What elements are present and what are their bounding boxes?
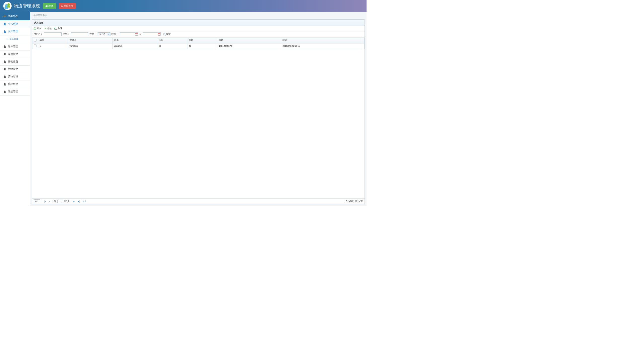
cell-name: yonghu1	[113, 43, 157, 49]
pager-prev[interactable]: ◂	[48, 200, 51, 203]
pager-separator	[53, 200, 53, 203]
sidebar-item-label: 个人信息	[8, 22, 18, 26]
breadcrumb: 物流管理系统	[30, 12, 367, 19]
sidebar-header-label: 菜单列表	[8, 14, 18, 18]
col-login[interactable]: 登录名	[68, 38, 112, 43]
edit-button[interactable]: 修改	[44, 27, 52, 30]
sidebar-item-label: 系统管理	[8, 90, 18, 93]
date-to-input[interactable]	[143, 32, 161, 36]
pager-page-input[interactable]	[57, 200, 63, 203]
app-header: 物流管理系统 admin 退出登录	[0, 0, 367, 12]
sidebar-item-system[interactable]: 系统管理	[0, 88, 30, 96]
pager-last[interactable]: ▸|	[77, 200, 80, 203]
logout-label: 退出登录	[64, 4, 73, 8]
col-spacer	[361, 38, 365, 43]
gender-select[interactable]: 请选择...	[98, 32, 110, 36]
username-input[interactable]	[44, 32, 61, 36]
pager-page-area: 第 共1页	[54, 200, 69, 203]
user-icon	[4, 83, 6, 85]
table-wrap: 编号 登录名 姓名 性别 年龄 电话 时间 1	[32, 37, 365, 198]
sidebar-item-base[interactable]: 基础信息	[0, 58, 30, 66]
cell-gender: 男	[157, 43, 187, 49]
sidebar-item-label: 货物信息	[8, 68, 18, 71]
cell-age: 22	[187, 43, 217, 49]
user-icon	[4, 90, 6, 93]
user-icon	[4, 45, 6, 48]
caret-right-icon	[7, 38, 8, 39]
employee-table: 编号 登录名 姓名 性别 年龄 电话 时间 1	[32, 37, 365, 49]
sidebar-item-label: 基础信息	[8, 60, 18, 63]
pager-prefix: 第	[54, 200, 56, 203]
user-icon	[4, 60, 6, 63]
sidebar-item-customer[interactable]: 客户管理	[0, 43, 30, 51]
range-separator: ->	[139, 33, 141, 35]
add-icon	[34, 27, 36, 30]
pager-first[interactable]: |◂	[43, 200, 47, 203]
cell-spacer	[361, 43, 365, 49]
search-icon	[163, 33, 165, 35]
list-icon	[4, 15, 6, 18]
panel-title: 员工信息	[32, 20, 365, 26]
col-age[interactable]: 年龄	[187, 38, 217, 43]
page-size-value: 10	[35, 200, 37, 203]
filter-row: 用户名： 姓名： 性别： 请选择... 时间： -> 搜索	[32, 31, 365, 37]
col-name[interactable]: 姓名	[113, 38, 157, 43]
sidebar-item-transport[interactable]: 货物运输	[0, 73, 30, 80]
user-icon	[4, 23, 6, 25]
sidebar-item-label: 员工管理	[8, 30, 18, 33]
pager-summary: 显示1到1,共1记录	[345, 200, 363, 203]
main-content: 物流管理系统 员工信息 添加 修改 删除 用户名：	[30, 12, 367, 206]
col-id[interactable]: 编号	[38, 38, 68, 43]
username-label: 用户名：	[34, 33, 43, 36]
user-icon	[4, 75, 6, 78]
table-row[interactable]: 1 yonghu1 yonghu1 男 22 13012345678 2019/…	[32, 43, 364, 49]
sidebar-header: 菜单列表	[0, 12, 30, 20]
pager-separator	[82, 200, 82, 203]
toolbar: 添加 修改 删除	[32, 26, 365, 31]
col-phone[interactable]: 电话	[217, 38, 281, 43]
gender-selected: 请选择...	[98, 33, 107, 36]
admin-label: admin	[47, 5, 54, 7]
app-title: 物流管理系统	[14, 3, 40, 9]
calendar-icon	[158, 33, 160, 35]
refresh-icon[interactable]	[84, 200, 86, 202]
gender-label: 性别：	[90, 33, 96, 36]
delete-icon	[54, 28, 57, 30]
search-button[interactable]: 搜索	[163, 33, 171, 36]
panel-employee: 员工信息 添加 修改 删除 用户名： 姓名：	[32, 19, 365, 204]
sidebar-item-stats[interactable]: 统计信息	[0, 80, 30, 88]
pager-separator	[42, 200, 42, 203]
sidebar-item-feedback[interactable]: 反馈信息	[0, 51, 30, 58]
col-time[interactable]: 时间	[281, 38, 361, 43]
cell-id: 1	[38, 43, 68, 49]
pager-next[interactable]: ▸	[73, 200, 76, 203]
sidebar-item-label: 统计信息	[8, 82, 18, 86]
table-header-row: 编号 登录名 姓名 性别 年龄 电话 时间	[32, 38, 364, 43]
date-from-input[interactable]	[120, 32, 138, 36]
name-input[interactable]	[71, 32, 88, 36]
sidebar-item-personal[interactable]: 个人信息	[0, 20, 30, 28]
sidebar-item-goods[interactable]: 货物信息	[0, 66, 30, 73]
pager: 10 |◂ ◂ 第 共1页 ▸ ▸| 显示1到1,共1记录	[32, 198, 365, 204]
page-size-select[interactable]: 10	[34, 199, 40, 203]
sidebar-item-label: 货物运输	[8, 75, 18, 78]
admin-button[interactable]: admin	[43, 3, 56, 9]
sidebar-sub-employee[interactable]: 员工管理	[0, 35, 30, 43]
pager-separator	[71, 200, 71, 203]
logout-button[interactable]: 退出登录	[59, 3, 76, 9]
home-icon	[46, 5, 47, 6]
user-icon	[4, 30, 6, 33]
add-button[interactable]: 添加	[34, 27, 42, 30]
chevron-down-icon	[107, 33, 110, 36]
row-checkbox[interactable]	[34, 44, 36, 47]
sidebar-item-employee[interactable]: 员工管理	[0, 28, 30, 35]
select-all-checkbox[interactable]	[34, 39, 36, 41]
delete-button[interactable]: 删除	[54, 27, 62, 30]
sidebar: 菜单列表 个人信息 员工管理 员工管理 客户管理 反馈信息 基础信息 货物信息	[0, 12, 30, 206]
delete-label: 删除	[58, 27, 62, 30]
edit-icon	[44, 27, 46, 30]
app-logo	[3, 2, 12, 10]
cell-phone: 13012345678	[217, 43, 281, 49]
col-gender[interactable]: 性别	[157, 38, 187, 43]
user-icon	[4, 68, 6, 70]
